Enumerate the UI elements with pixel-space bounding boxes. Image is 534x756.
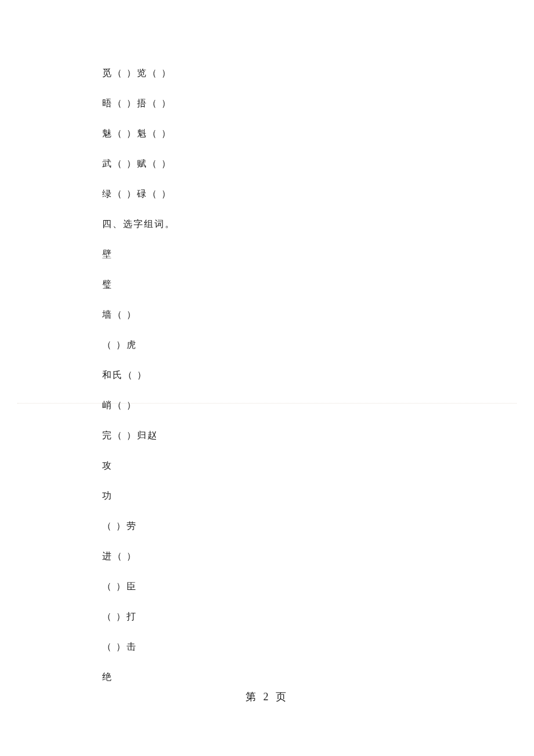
text-line: 绝 <box>102 670 450 684</box>
text-line: 攻 <box>102 459 450 473</box>
text-line: （ ）劳 <box>102 519 450 533</box>
text-line: （ ）虎 <box>102 338 450 352</box>
text-line: 完（ ）归赵 <box>102 429 450 442</box>
text-line: 峭（ ） <box>102 398 450 412</box>
text-line: （ ）打 <box>102 610 450 624</box>
document-content: 觅（ ）览（ ） 晤（ ）捂（ ） 魅（ ）魁（ ） 武（ ）赋（ ） 绿（ ）… <box>102 66 450 700</box>
section-heading: 四、选字组词。 <box>102 217 450 231</box>
text-line: （ ）臣 <box>102 579 450 593</box>
page-number: 第 2 页 <box>0 690 534 704</box>
text-line: 觅（ ）览（ ） <box>102 66 450 80</box>
text-line: 进（ ） <box>102 549 450 563</box>
text-line: 和氏（ ） <box>102 368 450 382</box>
text-line: 晤（ ）捂（ ） <box>102 96 450 110</box>
text-line: （ ）击 <box>102 640 450 654</box>
text-line: 璧 <box>102 278 450 291</box>
text-line: 墙（ ） <box>102 308 450 322</box>
text-line: 功 <box>102 489 450 503</box>
text-line: 魅（ ）魁（ ） <box>102 127 450 141</box>
text-line: 武（ ）赋（ ） <box>102 157 450 171</box>
text-line: 绿（ ）碌（ ） <box>102 187 450 201</box>
text-line: 壁 <box>102 247 450 261</box>
